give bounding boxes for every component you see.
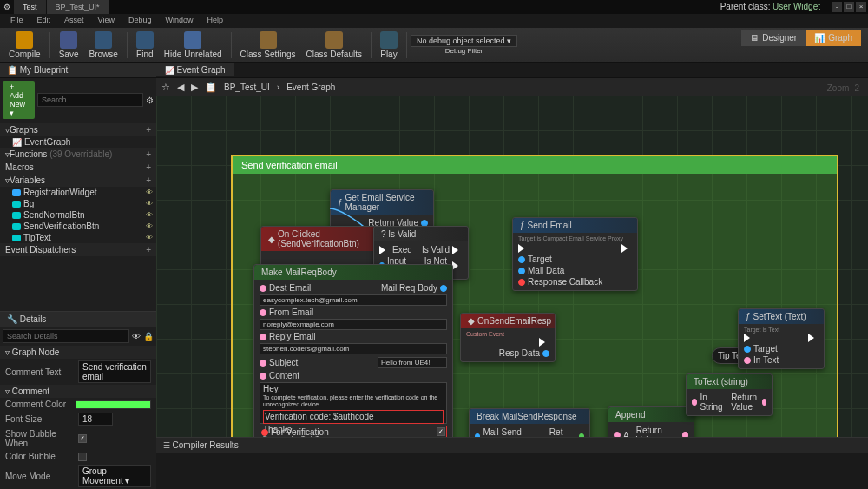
breadcrumb: ☆ ◀ ▶ 📋 BP_Test_UI› Event Graph bbox=[156, 78, 868, 96]
visibility-icon[interactable]: 👁 bbox=[146, 211, 153, 219]
macros-section[interactable]: Macros+ bbox=[0, 161, 156, 174]
browse-icon bbox=[95, 31, 112, 49]
compile-icon bbox=[16, 31, 33, 49]
color-bubble-checkbox[interactable] bbox=[78, 453, 87, 461]
comment-title[interactable]: Send verification email bbox=[233, 156, 837, 174]
find-icon bbox=[136, 31, 154, 49]
breadcrumb-asset[interactable]: BP_Test_UI bbox=[224, 83, 270, 92]
forward-icon[interactable]: ▶ bbox=[191, 82, 198, 93]
var-registration-widget[interactable]: RegistrationWidget👁 bbox=[0, 187, 156, 198]
dispatchers-section[interactable]: Event Dispatchers+ bbox=[0, 243, 156, 256]
var-send-normal-btn[interactable]: SendNormalBtn👁 bbox=[0, 209, 156, 221]
visibility-icon[interactable]: 👁 bbox=[146, 234, 153, 241]
titlebar: ⚙ Test BP_Test_UI* Parent class: User Wi… bbox=[0, 0, 868, 14]
event-graph-item[interactable]: 📈 EventGraph bbox=[0, 136, 156, 148]
add-graph-icon[interactable]: + bbox=[146, 125, 151, 135]
settings-icon[interactable]: ⚙ bbox=[146, 96, 154, 105]
save-icon bbox=[60, 31, 77, 49]
visibility-icon[interactable]: 👁 bbox=[146, 188, 153, 196]
dest-email-field[interactable]: easycomplex.tech@gmail.com bbox=[260, 294, 447, 306]
visibility-icon[interactable]: 👁 bbox=[146, 200, 153, 208]
menu-debug[interactable]: Debug bbox=[122, 14, 159, 28]
graph-canvas[interactable]: WIDGET BLUEPRINT Send verification email… bbox=[156, 96, 868, 489]
class-defaults-icon bbox=[326, 31, 343, 49]
filter-icon[interactable]: 👁 bbox=[132, 332, 141, 341]
hide-unrelated-icon bbox=[184, 31, 201, 49]
visibility-icon[interactable]: 👁 bbox=[146, 222, 153, 230]
details-tab[interactable]: 🔧 Details bbox=[0, 312, 156, 327]
node-on-send-email-resp[interactable]: ◆OnSendEmailResp Custom Event Resp Data bbox=[460, 313, 556, 362]
debug-combo[interactable]: No debug object selected ▾ bbox=[411, 35, 517, 47]
subject-field[interactable]: Hello from UE4! bbox=[378, 357, 447, 368]
breadcrumb-graph[interactable]: Event Graph bbox=[286, 83, 335, 92]
save-button[interactable]: Save bbox=[54, 30, 84, 61]
node-to-text[interactable]: ToText (string) In StringReturn Value bbox=[686, 373, 773, 416]
play-icon bbox=[380, 31, 398, 49]
var-bg[interactable]: Bg👁 bbox=[0, 198, 156, 209]
tab-graph[interactable]: 📊Graph bbox=[806, 30, 861, 46]
zoom-indicator: Zoom -2 bbox=[827, 83, 859, 93]
event-graph-tab[interactable]: 📈 Event Graph bbox=[156, 63, 234, 76]
class-settings-icon bbox=[260, 31, 277, 49]
menu-window[interactable]: Window bbox=[158, 14, 200, 28]
blueprint-search-input[interactable] bbox=[37, 93, 143, 107]
menubar: File Edit Asset View Debug Window Help bbox=[0, 14, 868, 28]
add-variable-icon[interactable]: + bbox=[146, 175, 151, 185]
authcode-highlight: Verification code: $authcode bbox=[263, 410, 444, 424]
lock-icon[interactable]: 🔒 bbox=[143, 332, 154, 341]
ue-logo-icon: ⚙ bbox=[0, 0, 14, 14]
font-size-field[interactable]: 18 bbox=[78, 413, 113, 426]
graph-icon: 📊 bbox=[814, 33, 825, 43]
my-blueprint-tab[interactable]: 📋 My Blueprint bbox=[0, 63, 156, 78]
class-defaults-button[interactable]: Class Defaults bbox=[300, 30, 366, 61]
add-dispatcher-icon[interactable]: + bbox=[146, 245, 151, 254]
variables-section[interactable]: ▿Variables+ bbox=[0, 174, 156, 187]
functions-section[interactable]: ▿Functions (39 Overridable)+ bbox=[0, 148, 156, 161]
menu-view[interactable]: View bbox=[91, 14, 122, 28]
node-set-text[interactable]: ƒSetText (Text) Target is Text Target In… bbox=[738, 308, 825, 369]
graphs-section[interactable]: ▿Graphs+ bbox=[0, 123, 156, 136]
reply-email-field[interactable]: stephen.coders@gmail.com bbox=[260, 343, 447, 354]
var-tip-text[interactable]: TipText👁 bbox=[0, 232, 156, 243]
comment-color-swatch[interactable] bbox=[76, 400, 151, 409]
compiler-results-tab[interactable]: ☰ Compiler Results bbox=[156, 438, 868, 453]
var-send-verification-btn[interactable]: SendVerificationBtn👁 bbox=[0, 221, 156, 232]
hide-unrelated-button[interactable]: Hide Unrelated bbox=[159, 30, 227, 61]
graph-node-section[interactable]: ▿ Graph Node bbox=[0, 346, 156, 359]
find-button[interactable]: Find bbox=[131, 30, 159, 61]
comment-text-field[interactable]: Send verification email bbox=[78, 360, 151, 383]
menu-edit[interactable]: Edit bbox=[30, 14, 58, 28]
favorite-icon[interactable]: ☆ bbox=[161, 82, 170, 93]
menu-file[interactable]: File bbox=[3, 14, 30, 28]
close-icon[interactable]: × bbox=[856, 2, 866, 12]
comment-section[interactable]: ▿ Comment bbox=[0, 385, 156, 398]
play-button[interactable]: Play bbox=[375, 30, 403, 61]
tab-bp-test-ui[interactable]: BP_Test_UI* bbox=[47, 0, 109, 14]
tab-test[interactable]: Test bbox=[14, 0, 47, 14]
node-send-email[interactable]: ƒSend Email Target is Compact Email Serv… bbox=[512, 217, 638, 291]
maximize-icon[interactable]: □ bbox=[844, 2, 854, 12]
for-verification-checkbox[interactable]: ✓ bbox=[437, 427, 445, 436]
browse-button[interactable]: Browse bbox=[83, 30, 122, 61]
compiler-results-panel: ☰ Compiler Results bbox=[156, 437, 868, 489]
minimize-icon[interactable]: - bbox=[832, 2, 842, 12]
menu-help[interactable]: Help bbox=[200, 14, 230, 28]
move-mode-combo[interactable]: Group Movement ▾ bbox=[78, 465, 151, 487]
content-field[interactable]: Hey, To complete verification, please en… bbox=[260, 382, 447, 424]
menu-asset[interactable]: Asset bbox=[57, 14, 91, 28]
add-function-icon[interactable]: + bbox=[146, 149, 151, 159]
class-settings-button[interactable]: Class Settings bbox=[235, 30, 301, 61]
toolbar: Compile Save Browse Find Hide Unrelated … bbox=[0, 28, 868, 63]
debug-selector: No debug object selected ▾ Debug Filter bbox=[411, 35, 517, 55]
parent-class-label: Parent class: User Widget bbox=[720, 2, 820, 11]
add-new-button[interactable]: + Add New ▾ bbox=[3, 81, 35, 119]
blueprint-icon: 📋 bbox=[205, 82, 217, 93]
designer-icon: 🖥 bbox=[750, 33, 759, 43]
back-icon[interactable]: ◀ bbox=[177, 82, 184, 93]
show-bubble-checkbox[interactable]: ✓ bbox=[78, 434, 87, 443]
add-macro-icon[interactable]: + bbox=[146, 162, 151, 172]
tab-designer[interactable]: 🖥Designer bbox=[741, 30, 806, 46]
compile-button[interactable]: Compile bbox=[3, 30, 46, 61]
details-search-input[interactable] bbox=[3, 329, 129, 343]
from-email-field[interactable]: noreply@exmaple.com bbox=[260, 319, 447, 330]
